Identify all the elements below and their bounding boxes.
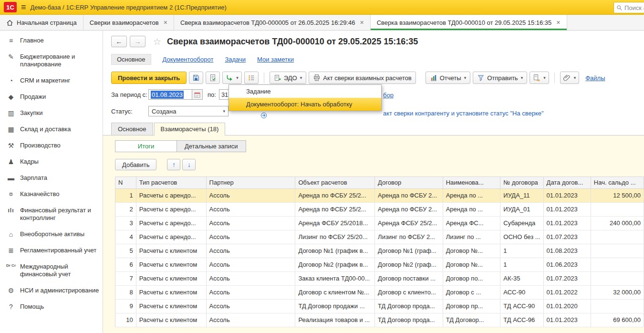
nav-notes[interactable]: Мои заметки bbox=[257, 56, 294, 63]
tab-vzaimoraschety[interactable]: Взаиморасчеты (18) bbox=[154, 123, 226, 135]
sidebar-item-label: Помощь bbox=[20, 303, 44, 311]
cell-number: АК-35 bbox=[500, 272, 543, 286]
sidebar-item[interactable]: ▥Закупки bbox=[0, 105, 103, 121]
table-row[interactable]: 4Расчеты с арендо...АссольЛизинг по ФСБУ… bbox=[115, 230, 644, 244]
tab-close-icon[interactable]: × bbox=[556, 19, 560, 26]
cell-name: Договор пр... bbox=[443, 300, 500, 313]
akt-sverki-button[interactable]: Акт сверки взаимных расчетов bbox=[309, 72, 415, 84]
sidebar-item[interactable]: ◆Продажи bbox=[0, 89, 103, 105]
cell-date: 01.01.2023 bbox=[543, 217, 591, 230]
column-header-name[interactable]: Наименова... bbox=[443, 177, 500, 189]
table-row[interactable]: 6Расчеты с клиентомАссольДоговор №2 (гра… bbox=[115, 258, 644, 272]
cell-number: ТД АСС-90 bbox=[500, 300, 543, 313]
cell-partner: Ассоль bbox=[206, 189, 295, 203]
move-up-button[interactable]: ↑ bbox=[167, 159, 180, 170]
sidebar-item[interactable]: ⚙НСИ и администрирование bbox=[0, 282, 103, 299]
global-search-input[interactable]: Поиск (Ctrl+F) bbox=[613, 2, 644, 13]
cell-number: ТД АСС-96 bbox=[500, 313, 543, 327]
sidebar-item[interactable]: ♟Кадры bbox=[0, 154, 103, 170]
settlements-table[interactable]: NТип расчетовПартнерОбъект расчетовДогов… bbox=[115, 177, 644, 327]
favorite-star-icon[interactable]: ☆ bbox=[153, 36, 161, 47]
table-row[interactable]: 9Расчеты с клиентомАссольТД Договор прод… bbox=[115, 300, 644, 313]
table-row[interactable]: 8Расчеты с клиентомАссольДоговор с клиен… bbox=[115, 286, 644, 300]
edo-button[interactable]: ЭДО ▾ bbox=[270, 72, 306, 84]
sidebar-item[interactable]: ⚒Производство bbox=[0, 137, 103, 154]
column-header-date[interactable]: Дата догов... bbox=[543, 177, 591, 189]
column-header-n[interactable]: N bbox=[115, 177, 136, 189]
column-header-contract[interactable]: Договор bbox=[375, 177, 443, 189]
post-document-button[interactable] bbox=[206, 72, 220, 84]
send-button[interactable]: Отправить ▾ bbox=[473, 72, 527, 84]
main-menu-icon[interactable]: ≡ bbox=[21, 3, 26, 11]
cell-object: Лизинг по ФСБУ 25/20... bbox=[295, 230, 375, 244]
sidebar-item-label: Склад и доставка bbox=[20, 125, 71, 133]
menu-item[interactable]: Документооборот: Начать обработку bbox=[229, 98, 381, 111]
column-header-number[interactable]: № договора bbox=[500, 177, 543, 189]
cell-name: Аренда по ... bbox=[443, 203, 500, 217]
help-icon: ? bbox=[6, 303, 16, 311]
window-title: Демо-база / 1С:ERP Управление предприяти… bbox=[31, 4, 227, 11]
nav-workflow[interactable]: Документооборот bbox=[163, 56, 214, 63]
tab-home-page[interactable]: Начальная страница bbox=[0, 15, 83, 30]
column-header-partner[interactable]: Партнер bbox=[206, 177, 295, 189]
cell-object: Договор №2 (график в... bbox=[295, 258, 375, 272]
table-row[interactable]: 3Расчеты с арендо...АссольАренда ФСБУ 25… bbox=[115, 217, 644, 230]
column-header-object[interactable]: Объект расчетов bbox=[295, 177, 375, 189]
toggle-totals[interactable]: Итоги bbox=[115, 140, 177, 152]
sidebar-item[interactable]: ⌂Внеоборотные активы bbox=[0, 226, 103, 242]
period-from-value: 01.08.2023 bbox=[151, 91, 184, 99]
sidebar-item[interactable]: ılıФинансовый результат и контроллинг bbox=[0, 202, 103, 226]
move-down-button[interactable]: ↓ bbox=[182, 159, 196, 170]
tab-document-3[interactable]: Сверка взаиморасчетов ТД00-000010 от 29.… bbox=[371, 15, 567, 30]
workflow-start-button[interactable]: ▾ bbox=[222, 72, 242, 84]
table-row[interactable]: 10Расчеты с клиентомАссольРеализация тов… bbox=[115, 313, 644, 327]
forward-button[interactable]: → bbox=[130, 36, 145, 47]
toggle-detailed[interactable]: Детальные записи bbox=[177, 140, 246, 152]
assets-icon: ⌂ bbox=[6, 230, 16, 238]
table-row[interactable]: 1Расчеты с арендо...АссольАренда по ФСБУ… bbox=[115, 189, 644, 203]
status-select[interactable]: Создана ▾ bbox=[148, 106, 229, 116]
column-header-type[interactable]: Тип расчетов bbox=[136, 177, 206, 189]
period-from-input[interactable]: 01.08.2023 bbox=[148, 89, 192, 100]
tab-osnovnoe[interactable]: Основное bbox=[111, 123, 153, 135]
reports-button[interactable]: Отчеты ▾ bbox=[426, 72, 470, 84]
open-journal-button[interactable] bbox=[244, 72, 259, 84]
table-row[interactable]: 2Расчеты с арендо...АссольАренда по ФСБУ… bbox=[115, 203, 644, 217]
attachments-button[interactable]: ▾ bbox=[560, 72, 580, 84]
calendar-button[interactable] bbox=[192, 89, 203, 100]
sidebar-item[interactable]: ?Помощь bbox=[0, 299, 103, 315]
status-hint[interactable]: акт сверки контрагенту и установите стат… bbox=[383, 110, 544, 117]
cell-name: Договор по... bbox=[443, 272, 500, 286]
sidebar-item-label: Главное bbox=[20, 37, 44, 44]
post-and-close-button[interactable]: Провести и закрыть bbox=[111, 72, 187, 84]
menu-item[interactable]: Задание bbox=[229, 85, 381, 98]
column-header-saldo[interactable]: Нач. сальдо ... bbox=[591, 177, 644, 189]
sidebar-item[interactable]: ▦Склад и доставка bbox=[0, 121, 103, 137]
back-button[interactable]: ← bbox=[111, 36, 127, 47]
funnel-icon bbox=[477, 74, 485, 82]
sidebar-item[interactable]: ✎Бюджетирование и планирование bbox=[0, 49, 103, 73]
add-button[interactable]: Добавить bbox=[115, 159, 156, 170]
sidebar-item[interactable]: ▬Зарплата bbox=[0, 170, 103, 186]
nav-main[interactable]: Основное bbox=[111, 54, 151, 65]
list-icon bbox=[248, 74, 255, 82]
sidebar-item[interactable]: Dr CrМеждународный финансовый учет bbox=[0, 259, 103, 282]
document-title: Сверка взаиморасчетов ТД00-000010 от 29.… bbox=[167, 37, 418, 47]
sidebar-item[interactable]: ◔CRM и маркетинг bbox=[0, 73, 103, 89]
nav-tasks[interactable]: Задачи bbox=[225, 56, 246, 63]
table-row[interactable]: 7Расчеты с клиентомАссольЗаказ клиента Т… bbox=[115, 272, 644, 286]
document-header: ← → ☆ Сверка взаиморасчетов ТД00-000010 … bbox=[111, 35, 644, 48]
table-row[interactable]: 5Расчеты с клиентомАссольДоговор №1 (гра… bbox=[115, 244, 644, 258]
podbor-link-fragment[interactable]: бор bbox=[383, 92, 394, 99]
sidebar-item[interactable]: ≣Регламентированный учет bbox=[0, 242, 103, 259]
tab-document-1[interactable]: Сверки взаиморасчетов× bbox=[83, 15, 174, 30]
sidebar-item[interactable]: ¤Казначейство bbox=[0, 186, 103, 202]
save-button[interactable] bbox=[189, 72, 203, 84]
chevron-down-icon: ▾ bbox=[236, 75, 239, 80]
tab-document-2[interactable]: Сверка взаиморасчетов ТД00-000005 от 26.… bbox=[174, 15, 371, 30]
tab-close-icon[interactable]: × bbox=[360, 19, 364, 26]
create-based-on-button[interactable]: ▾ bbox=[530, 72, 549, 84]
tab-close-icon[interactable]: × bbox=[164, 19, 167, 26]
sidebar-item[interactable]: ≡Главное bbox=[0, 32, 103, 49]
files-link[interactable]: Файлы bbox=[585, 74, 605, 82]
